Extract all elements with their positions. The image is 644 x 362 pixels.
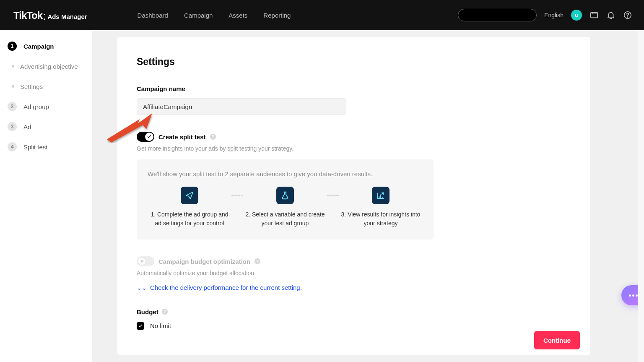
delivery-performance-link[interactable]: ⌄⌄ Check the delivery performance for th… (137, 284, 302, 291)
toggle-knob (145, 133, 153, 141)
substep-label: Settings (20, 83, 43, 90)
brand-colon: : (43, 10, 46, 23)
avatar-initial: u (575, 12, 578, 18)
flow-step-2: 2. Select a variable and create your tes… (243, 187, 327, 228)
step-number: 2 (8, 102, 17, 111)
split-test-explainer: We'll show your split test to 2 separate… (137, 159, 434, 240)
continue-button[interactable]: Continue (534, 331, 580, 349)
step-number: 4 (8, 142, 17, 151)
send-icon (181, 187, 198, 204)
language-select[interactable]: English (544, 12, 564, 18)
delivery-performance-text: Check the delivery performance for the c… (150, 284, 302, 291)
inbox-icon[interactable] (589, 10, 599, 20)
sidebar-step-ad[interactable]: 3 Ad (3, 117, 89, 137)
budget-label: Budget ? (137, 308, 571, 315)
flow-step-3-text: 3. View results for insights into your s… (339, 210, 423, 228)
budget-label-text: Budget (137, 308, 158, 315)
settings-card: Settings Campaign name Create split (117, 37, 590, 355)
x-icon: ✕ (140, 259, 144, 264)
chevron-down-icon: ⌄⌄ (137, 284, 147, 291)
cbo-toggle-row: ✕ Campaign budget optimization ? (137, 256, 571, 266)
flow-connector (231, 195, 243, 196)
main: Settings Campaign name Create split (92, 30, 644, 362)
campaign-name-field: Campaign name (137, 85, 571, 115)
search-input[interactable] (458, 9, 537, 21)
split-test-toggle[interactable] (137, 132, 154, 142)
check-icon (147, 134, 152, 139)
help-icon[interactable]: ? (162, 309, 168, 315)
cbo-section: ✕ Campaign budget optimization ? Automat… (137, 256, 571, 292)
nav-assets[interactable]: Assets (229, 12, 247, 19)
scrollbar[interactable] (638, 30, 644, 362)
chat-icon (629, 294, 638, 297)
campaign-name-input[interactable] (137, 98, 346, 115)
budget-nolimit-row[interactable]: No limit (137, 322, 571, 330)
cbo-helper: Automatically optimize your budget alloc… (137, 270, 571, 276)
svg-point-2 (627, 17, 628, 17)
brand-name: TikTok (13, 10, 42, 21)
app-shell: 1 Campaign Advertising objective Setting… (0, 30, 644, 362)
substep-dot (12, 85, 14, 88)
top-nav: TikTok : Ads Manager Dashboard Campaign … (0, 0, 644, 30)
help-icon[interactable]: ? (254, 258, 260, 264)
flow-step-1: 1. Complete the ad group and ad settings… (148, 187, 231, 228)
step-label: Campaign (23, 43, 54, 50)
continue-bar: Continue (534, 331, 580, 349)
explainer-flow: 1. Complete the ad group and ad settings… (148, 187, 423, 228)
flow-step-1-text: 1. Complete the ad group and ad settings… (148, 210, 231, 228)
flow-step-2-text: 2. Select a variable and create your tes… (243, 210, 327, 228)
help-icon[interactable] (623, 10, 632, 20)
split-test-section: Create split test ? Get more insights in… (137, 132, 571, 240)
nolimit-checkbox[interactable] (137, 322, 144, 330)
nolimit-label: No limit (150, 322, 171, 329)
brand: TikTok : Ads Manager (13, 9, 87, 22)
split-test-label: Create split test (158, 133, 206, 141)
split-test-helper: Get more insights into your ads by split… (137, 145, 571, 152)
sidebar-step-adgroup[interactable]: 2 Ad group (3, 96, 89, 117)
nav-reporting[interactable]: Reporting (263, 12, 291, 19)
sidebar-sub-advertising-objective[interactable]: Advertising objective (3, 56, 89, 76)
campaign-name-label: Campaign name (137, 85, 571, 92)
substep-label: Advertising objective (20, 63, 78, 70)
avatar[interactable]: u (571, 10, 582, 21)
step-label: Ad (23, 123, 31, 130)
sidebar-step-splittest[interactable]: 4 Split test (3, 137, 89, 157)
nav-campaign[interactable]: Campaign (184, 12, 213, 19)
main-scroll[interactable]: Settings Campaign name Create split (117, 30, 590, 362)
split-test-toggle-row: Create split test ? (137, 132, 571, 142)
check-icon (138, 323, 143, 328)
explainer-lead: We'll show your split test to 2 separate… (148, 170, 423, 177)
sidebar-step-campaign[interactable]: 1 Campaign (3, 36, 89, 56)
sidebar-sub-settings[interactable]: Settings (3, 76, 89, 96)
nav-links: Dashboard Campaign Assets Reporting (138, 12, 291, 19)
step-number: 3 (8, 122, 17, 131)
toggle-knob: ✕ (138, 257, 146, 266)
step-label: Split test (23, 143, 48, 151)
chart-icon (372, 187, 390, 204)
step-number: 1 (8, 42, 17, 51)
flask-icon (276, 187, 294, 204)
nav-dashboard[interactable]: Dashboard (138, 12, 168, 19)
brand-product: Ads Manager (47, 13, 87, 20)
help-icon[interactable]: ? (210, 134, 216, 140)
cbo-toggle[interactable]: ✕ (137, 256, 154, 266)
nav-right: English u (458, 9, 632, 21)
flow-step-3: 3. View results for insights into your s… (339, 187, 423, 228)
bell-icon[interactable] (606, 10, 615, 20)
cbo-label: Campaign budget optimization (158, 258, 250, 265)
budget-section: Budget ? No limit (137, 308, 571, 330)
step-label: Ad group (23, 103, 49, 110)
page-title: Settings (137, 56, 571, 68)
sidebar: 1 Campaign Advertising objective Setting… (0, 30, 92, 362)
flow-connector (327, 195, 339, 196)
substep-dot (12, 65, 14, 68)
svg-rect-0 (591, 13, 598, 18)
